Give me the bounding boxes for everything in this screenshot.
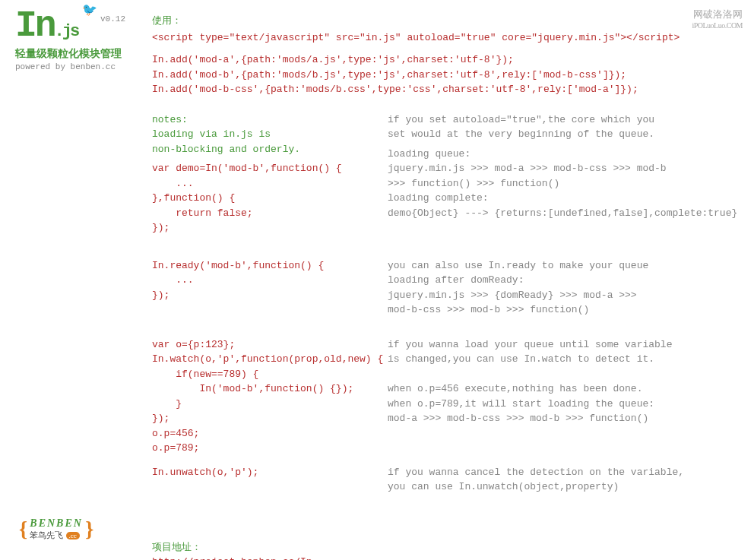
usage-title: 使用： xyxy=(152,14,737,29)
notes-left: notes: loading via in.js is non-blocking… xyxy=(152,112,388,157)
usage-add-lines: In.add('mod-a',{path:'mods/a.js',type:'j… xyxy=(152,52,737,97)
cc-badge: .cc xyxy=(66,532,80,539)
ready-desc: you can also use In.ready to make your q… xyxy=(388,258,730,318)
logo: In.js 🐦 v0.12 xyxy=(15,8,137,44)
ready-code: In.ready('mod-b',function() { ... }); xyxy=(152,258,388,303)
unwatch-code: In.unwatch(o,'p'); xyxy=(152,465,388,480)
project-link-1[interactable]: http://project.benben.cc/In xyxy=(152,556,312,560)
brace-left-icon: { xyxy=(19,517,27,540)
demo-code: var demo=In('mod-b',function() { ... },f… xyxy=(152,161,388,236)
project-title: 项目地址： xyxy=(152,540,737,555)
notes-right-2: loading queue: jquery.min.js >>> mod-a >… xyxy=(388,147,737,221)
logo-main: In xyxy=(15,5,55,46)
unwatch-desc: if you wanna cancel the detection on the… xyxy=(388,465,730,495)
brace-right-icon: } xyxy=(85,517,93,540)
benben-sub: 笨鸟先飞 xyxy=(30,530,63,539)
logo-version: v0.12 xyxy=(100,15,125,24)
powered-by: powered by benben.cc xyxy=(15,62,137,71)
benben-name: BENBEN xyxy=(30,517,83,529)
notes-right-1: if you set autoload="true",the core whic… xyxy=(388,112,737,142)
watch-desc: if you wanna load your queue until some … xyxy=(388,337,730,426)
usage-script-line: <script type="text/javascript" src="in.j… xyxy=(152,30,737,46)
tagline: 轻量级颗粒化模块管理 xyxy=(15,47,137,61)
footer-logo: { BENBEN 笨鸟先飞 .cc } xyxy=(19,517,93,541)
watch-code: var o={p:123}; In.watch(o,'p',function(p… xyxy=(152,337,388,456)
logo-ext: .js xyxy=(55,22,78,41)
sidebar: In.js 🐦 v0.12 轻量级颗粒化模块管理 powered by benb… xyxy=(15,8,137,71)
bird-icon: 🐦 xyxy=(82,5,97,17)
content: 使用： <script type="text/javascript" src="… xyxy=(152,14,737,560)
